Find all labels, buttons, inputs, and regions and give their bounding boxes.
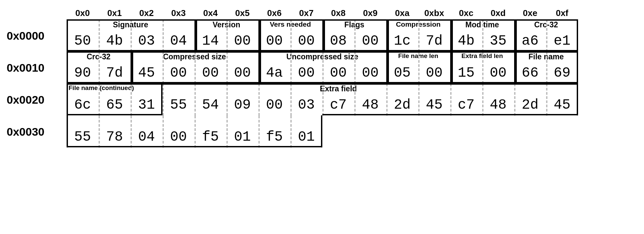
hex-byte: 48 — [354, 84, 386, 116]
hex-dump-diagram: 0x00x10x20x30x40x50x60x70x80x90xa0xbx0xc… — [7, 7, 637, 148]
hex-byte: 31 — [131, 84, 162, 116]
hex-byte: 09 — [226, 84, 258, 116]
hex-byte: e1 — [546, 20, 578, 52]
hex-byte: 05 — [386, 52, 418, 84]
col-header-8: 0x8 — [322, 7, 354, 20]
hex-byte: 01 — [290, 116, 322, 148]
hex-byte: 04 — [131, 116, 162, 148]
hex-byte: 78 — [99, 116, 131, 148]
cells-container: File name (continued)Extra field6c653155… — [67, 84, 578, 116]
hex-byte: 7d — [99, 52, 131, 84]
hex-byte: 00 — [290, 20, 322, 52]
hex-byte: 00 — [354, 20, 386, 52]
hex-byte: 00 — [194, 52, 226, 84]
col-header-1: 0x1 — [99, 7, 131, 20]
hex-byte: 00 — [482, 52, 514, 84]
hex-byte: 2d — [386, 84, 418, 116]
cells-container: Crc-32Compressed sizeUncompressed sizeFi… — [67, 52, 578, 84]
col-header-6: 0x6 — [258, 7, 290, 20]
hex-row-2: 0x0020File name (continued)Extra field6c… — [7, 84, 637, 116]
col-header-14: 0xe — [514, 7, 546, 20]
hex-byte: 55 — [67, 116, 99, 148]
col-header-2: 0x2 — [131, 7, 162, 20]
col-header-15: 0xf — [546, 7, 578, 20]
cells-container: 55780400f501f501 — [67, 116, 322, 148]
cells-container: SignatureVersionVers neededFlagsCompress… — [67, 20, 578, 52]
hex-byte: 00 — [290, 52, 322, 84]
col-header-3: 0x3 — [162, 7, 194, 20]
hex-row-0: 0x0000SignatureVersionVers neededFlagsCo… — [7, 20, 637, 52]
hex-byte: 00 — [162, 52, 194, 84]
hex-byte: c7 — [450, 84, 482, 116]
hex-byte: 01 — [226, 116, 258, 148]
hex-byte: f5 — [258, 116, 290, 148]
row-offset-label: 0x0030 — [7, 116, 67, 148]
hex-byte: 00 — [354, 52, 386, 84]
hex-byte: c7 — [322, 84, 354, 116]
hex-byte: 69 — [546, 52, 578, 84]
hex-byte: 14 — [194, 20, 226, 52]
hex-byte: 45 — [546, 84, 578, 116]
hex-byte: 65 — [99, 84, 131, 116]
hex-byte: 2d — [514, 84, 546, 116]
col-header-13: 0xd — [482, 7, 514, 20]
hex-byte: 45 — [418, 84, 450, 116]
hex-byte: 00 — [258, 84, 290, 116]
hex-byte: 45 — [131, 52, 162, 84]
hex-byte: 08 — [322, 20, 354, 52]
hex-byte: 1c — [386, 20, 418, 52]
hex-byte: 00 — [418, 52, 450, 84]
hex-byte: 4b — [450, 20, 482, 52]
hex-byte: 35 — [482, 20, 514, 52]
hex-byte: 04 — [162, 20, 194, 52]
hex-byte: 00 — [322, 52, 354, 84]
hex-byte: 03 — [290, 84, 322, 116]
hex-byte: 00 — [226, 20, 258, 52]
col-header-10: 0xa — [386, 7, 418, 20]
hex-byte: 54 — [194, 84, 226, 116]
col-header-7: 0x7 — [290, 7, 322, 20]
hex-byte: f5 — [194, 116, 226, 148]
col-header-9: 0x9 — [354, 7, 386, 20]
hex-byte: 50 — [67, 20, 99, 52]
hex-byte: 00 — [226, 52, 258, 84]
hex-byte: 90 — [67, 52, 99, 84]
col-header-5: 0x5 — [226, 7, 258, 20]
column-headers: 0x00x10x20x30x40x50x60x70x80x90xa0xbx0xc… — [67, 7, 637, 20]
row-offset-label: 0x0010 — [7, 52, 67, 84]
hex-byte: 66 — [514, 52, 546, 84]
hex-byte: 7d — [418, 20, 450, 52]
hex-row-1: 0x0010Crc-32Compressed sizeUncompressed … — [7, 52, 637, 84]
hex-byte: 6c — [67, 84, 99, 116]
hex-byte: a6 — [514, 20, 546, 52]
col-header-0: 0x0 — [67, 7, 99, 20]
col-header-4: 0x4 — [194, 7, 226, 20]
hex-byte: 4a — [258, 52, 290, 84]
row-offset-label: 0x0000 — [7, 20, 67, 52]
hex-byte: 00 — [258, 20, 290, 52]
hex-byte: 03 — [131, 20, 162, 52]
col-header-12: 0xc — [450, 7, 482, 20]
hex-byte: 4b — [99, 20, 131, 52]
row-offset-label: 0x0020 — [7, 84, 67, 116]
hex-byte: 55 — [162, 84, 194, 116]
hex-byte: 00 — [162, 116, 194, 148]
hex-byte: 48 — [482, 84, 514, 116]
col-header-11: 0xbx — [418, 7, 450, 20]
hex-row-3: 0x003055780400f501f501 — [7, 116, 637, 148]
hex-byte: 15 — [450, 52, 482, 84]
